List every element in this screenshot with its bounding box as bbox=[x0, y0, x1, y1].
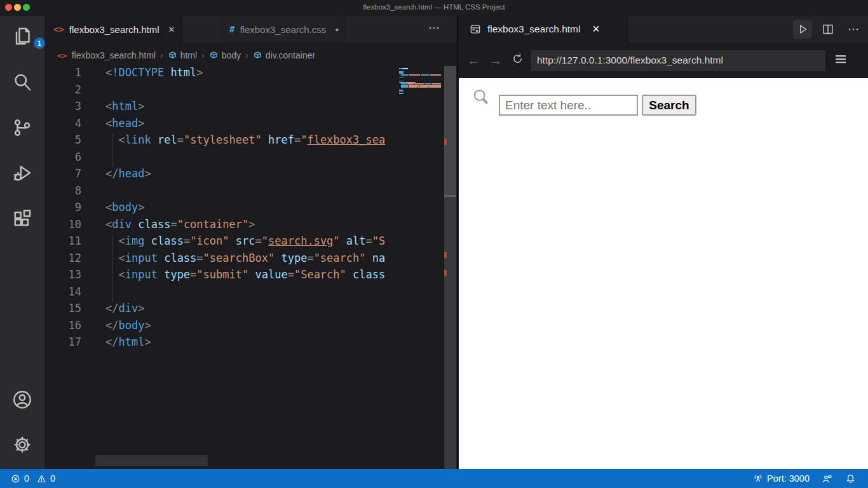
line-number: 9 bbox=[44, 201, 81, 218]
code-line[interactable] bbox=[105, 83, 398, 100]
preview-tab-strip: flexbox3_search.html ✕ ⋯ bbox=[458, 16, 868, 43]
feedback-icon[interactable] bbox=[821, 473, 833, 485]
page-search-magnifier-icon bbox=[471, 88, 490, 106]
split-editor-button[interactable] bbox=[818, 20, 837, 39]
css-file-icon: # bbox=[229, 24, 234, 34]
code-editor[interactable]: <!DOCTYPE html><html><head> <link rel="s… bbox=[105, 66, 398, 353]
minimap[interactable] bbox=[399, 68, 442, 94]
breadcrumb-html[interactable]: html bbox=[168, 50, 197, 60]
overview-error-mark bbox=[444, 139, 447, 145]
status-bar: 0 0 Port: 3000 bbox=[0, 469, 868, 488]
url-input[interactable] bbox=[531, 50, 825, 71]
extensions-icon[interactable] bbox=[11, 207, 34, 230]
line-number: 15 bbox=[44, 302, 81, 319]
warning-count: 0 bbox=[50, 473, 55, 484]
code-line[interactable] bbox=[105, 285, 398, 302]
code-line[interactable]: </body> bbox=[105, 319, 398, 336]
code-line[interactable]: </html> bbox=[105, 336, 398, 353]
preview-tab-label: flexbox3_search.html bbox=[487, 24, 580, 35]
activity-bar: 1 bbox=[0, 16, 44, 469]
window-title: flexbox3_search.html — HTML CSS Project bbox=[0, 3, 868, 11]
menu-hamburger-icon[interactable] bbox=[833, 51, 848, 69]
title-bar: flexbox3_search.html — HTML CSS Project bbox=[0, 0, 868, 16]
code-line[interactable] bbox=[105, 151, 398, 168]
code-line[interactable]: <html> bbox=[105, 100, 398, 117]
simple-browser-panel: flexbox3_search.html ✕ ⋯ ← → bbox=[457, 16, 868, 469]
line-number: 5 bbox=[44, 133, 81, 151]
line-number: 2 bbox=[44, 83, 81, 100]
run-preview-button[interactable] bbox=[793, 20, 812, 39]
editor-actions-more-icon[interactable]: ⋯ bbox=[428, 21, 440, 35]
code-line[interactable]: <div class="container"> bbox=[105, 218, 398, 235]
vscode-window: flexbox3_search.html — HTML CSS Project … bbox=[0, 0, 868, 488]
indent-guide bbox=[112, 234, 113, 302]
editor-tab-strip: <> flexbox3_search.html ✕ # flexbox3_sea… bbox=[44, 16, 457, 43]
line-number-gutter: 1234567891011121314151617 bbox=[44, 66, 81, 353]
line-number: 7 bbox=[44, 167, 81, 184]
code-line[interactable] bbox=[105, 184, 398, 201]
modified-dot-icon: ● bbox=[335, 26, 339, 33]
tab-label: flexbox3_search.html bbox=[69, 24, 159, 35]
page-search-input[interactable] bbox=[499, 95, 638, 116]
line-number: 3 bbox=[44, 100, 81, 117]
line-number: 4 bbox=[44, 117, 81, 134]
code-line[interactable]: <head> bbox=[105, 117, 398, 134]
notifications-bell-icon[interactable] bbox=[844, 473, 857, 485]
account-icon[interactable] bbox=[11, 388, 34, 411]
port-status[interactable]: Port: 3000 bbox=[752, 473, 810, 484]
code-line[interactable]: </div> bbox=[105, 302, 398, 319]
page-search-button[interactable]: Search bbox=[642, 95, 696, 116]
tab-flexbox3-search-css[interactable]: # flexbox3_search.css ● bbox=[220, 16, 346, 43]
breadcrumb-div-container[interactable]: div.container bbox=[253, 50, 315, 60]
reload-button[interactable] bbox=[506, 52, 528, 69]
code-line[interactable]: <img class="icon" src="search.svg" alt="… bbox=[105, 234, 398, 252]
source-control-icon[interactable] bbox=[11, 116, 34, 139]
line-number: 16 bbox=[44, 319, 81, 336]
settings-gear-icon[interactable] bbox=[11, 433, 34, 456]
line-number: 8 bbox=[44, 184, 81, 201]
breadcrumb-body[interactable]: body bbox=[209, 50, 241, 60]
breadcrumb-file[interactable]: <> flexbox3_search.html bbox=[57, 50, 156, 60]
code-line[interactable]: <input type="submit" value="Search" clas… bbox=[105, 268, 398, 285]
code-line[interactable]: <body> bbox=[105, 201, 398, 218]
explorer-badge: 1 bbox=[34, 37, 45, 49]
close-preview-tab-icon[interactable]: ✕ bbox=[592, 24, 600, 35]
code-line[interactable]: </head> bbox=[105, 167, 398, 184]
html-file-icon: <> bbox=[53, 24, 64, 34]
search-icon[interactable] bbox=[11, 71, 34, 94]
scrollbar-thumb[interactable] bbox=[444, 66, 456, 197]
html-file-icon: <> bbox=[57, 51, 67, 60]
minimap-line bbox=[399, 93, 442, 94]
rendered-page: Search bbox=[459, 78, 868, 469]
overview-error-mark bbox=[444, 270, 447, 276]
indent-guide bbox=[112, 133, 113, 167]
errors-icon bbox=[10, 473, 21, 484]
breadcrumb: <> flexbox3_search.html › html › body › … bbox=[57, 47, 315, 64]
problems-status[interactable]: 0 0 bbox=[10, 473, 55, 484]
line-number: 1 bbox=[44, 66, 81, 83]
code-line[interactable]: <input class="searchBox" type="search" n… bbox=[105, 252, 398, 269]
editor-horizontal-scrollbar[interactable] bbox=[95, 455, 208, 466]
line-number: 6 bbox=[44, 151, 81, 168]
line-number: 14 bbox=[44, 285, 81, 302]
line-number: 10 bbox=[44, 218, 81, 235]
port-label: Port: 3000 bbox=[767, 473, 810, 484]
preview-more-actions-button[interactable]: ⋯ bbox=[844, 20, 863, 39]
back-button[interactable]: ← bbox=[463, 53, 485, 68]
browser-nav-bar: ← → bbox=[458, 43, 868, 78]
warnings-icon bbox=[36, 473, 47, 484]
line-number: 13 bbox=[44, 268, 81, 285]
broadcast-icon bbox=[752, 473, 764, 484]
explorer-icon[interactable]: 1 bbox=[11, 25, 34, 48]
close-tab-icon[interactable]: ✕ bbox=[168, 25, 175, 34]
run-debug-icon[interactable] bbox=[11, 161, 34, 184]
forward-button[interactable]: → bbox=[485, 53, 506, 68]
preview-tab[interactable]: flexbox3_search.html ✕ bbox=[458, 16, 628, 43]
code-line[interactable]: <!DOCTYPE html> bbox=[105, 66, 398, 83]
tab-flexbox3-search-html[interactable]: <> flexbox3_search.html ✕ bbox=[44, 16, 182, 43]
overview-error-mark bbox=[444, 252, 447, 258]
code-line[interactable]: <link rel="stylesheet" href="flexbox3_se… bbox=[105, 133, 398, 151]
editor-vertical-scrollbar[interactable] bbox=[444, 66, 456, 469]
tab-label: flexbox3_search.css bbox=[240, 24, 326, 35]
error-count: 0 bbox=[24, 473, 29, 484]
